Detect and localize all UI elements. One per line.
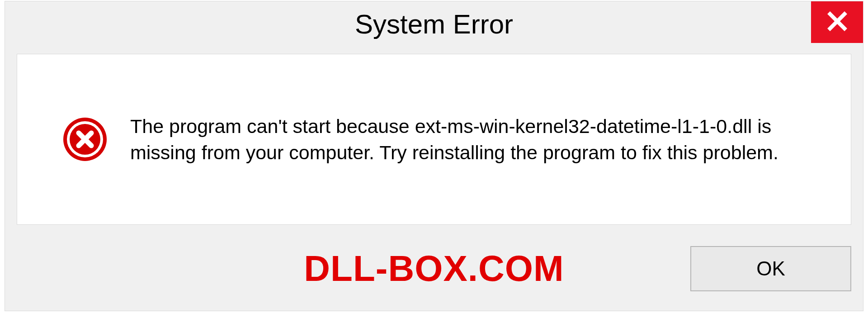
watermark-text: DLL-BOX.COM bbox=[304, 248, 564, 289]
close-icon bbox=[826, 10, 848, 34]
error-message: The program can't start because ext-ms-w… bbox=[130, 113, 835, 166]
dialog-title: System Error bbox=[355, 9, 513, 40]
dialog-footer: DLL-BOX.COM OK bbox=[17, 235, 851, 303]
error-dialog: System Error The program can't start bec… bbox=[5, 1, 863, 311]
titlebar: System Error bbox=[5, 1, 863, 47]
content-panel: The program can't start because ext-ms-w… bbox=[17, 54, 851, 225]
error-icon bbox=[62, 117, 108, 162]
ok-button[interactable]: OK bbox=[690, 246, 851, 291]
close-button[interactable] bbox=[811, 1, 863, 43]
